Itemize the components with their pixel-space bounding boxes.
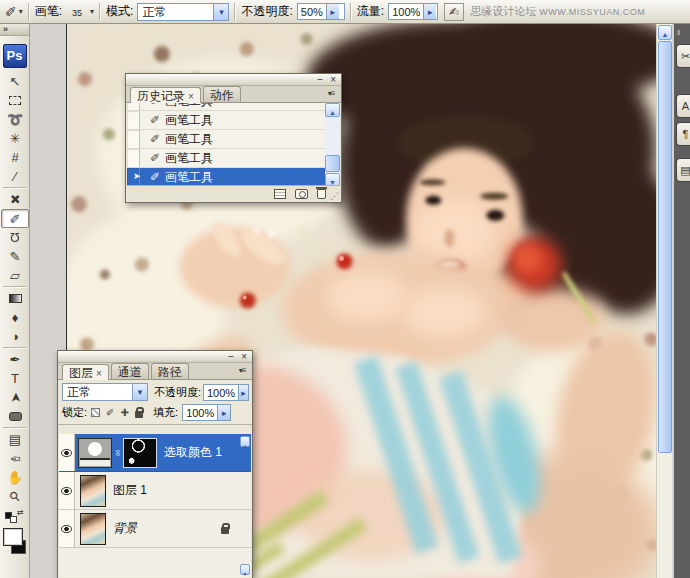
history-source-well[interactable] (127, 149, 140, 167)
history-state-row[interactable]: ✐画笔工具 (127, 103, 325, 111)
minimize-icon[interactable]: − (317, 74, 323, 85)
adjustment-layer-thumbnail[interactable] (78, 438, 112, 468)
fill-slider-arrow[interactable] (217, 405, 230, 420)
tab-layers[interactable]: 图层× (62, 364, 109, 380)
hand-tool[interactable]: ✋ (0, 468, 30, 487)
tab-actions[interactable]: 动作 (203, 86, 241, 102)
lock-pixels-brush-icon[interactable]: ✐ (106, 408, 114, 418)
toolbox-collapse-chevron[interactable]: » (0, 24, 29, 36)
panel-menu-icon[interactable] (235, 365, 249, 377)
history-source-well[interactable] (127, 168, 140, 186)
notes-tool[interactable]: ▤ (0, 430, 30, 449)
opacity-field[interactable]: 50% (297, 3, 345, 20)
layers-panel-titlebar[interactable]: − × (58, 351, 252, 363)
zoom-tool[interactable]: ⚲ (0, 487, 30, 506)
scroll-up-button[interactable] (658, 25, 672, 40)
close-icon[interactable]: × (241, 351, 247, 362)
history-source-well[interactable] (127, 130, 140, 148)
blur-tool[interactable]: ♦ (0, 308, 30, 327)
new-snapshot-camera-icon[interactable] (295, 189, 308, 199)
layer-opacity-field[interactable]: 100% (203, 384, 249, 401)
dodge-tool[interactable]: ◑ (0, 327, 30, 346)
eye-icon[interactable] (61, 487, 72, 495)
layer-row-selected[interactable]: ∞ 选取颜色 1 (59, 434, 251, 472)
tab-paths[interactable]: 路径 (151, 363, 189, 379)
move-tool[interactable]: ↖ (0, 72, 30, 91)
brush-picker-arrow[interactable]: ▾ (90, 7, 94, 16)
minimize-icon[interactable]: − (228, 351, 234, 362)
dock-panel-button-paragraph[interactable]: ¶ (676, 122, 690, 146)
tab-close-icon[interactable]: × (96, 368, 102, 379)
history-brush-tool[interactable]: ✎ (0, 247, 30, 266)
dock-panel-button-1[interactable]: ✂ (676, 44, 690, 68)
layer-blend-mode-dropdown[interactable]: 正常 (62, 383, 148, 401)
dock-panel-button-4[interactable]: ▤ (676, 158, 690, 182)
flow-slider-arrow[interactable] (423, 4, 436, 19)
flow-field[interactable]: 100% (388, 3, 438, 20)
layer-name[interactable]: 选取颜色 1 (164, 444, 222, 461)
layer-row[interactable]: 图层 1 (59, 472, 251, 510)
scrollbar-thumb[interactable] (658, 41, 672, 453)
layer-thumbnail[interactable] (80, 513, 106, 545)
layer-mask-link-icon[interactable]: ∞ (113, 448, 123, 457)
layer-name[interactable]: 背景 (113, 520, 137, 537)
delete-state-trash-icon[interactable] (317, 189, 326, 199)
visibility-well[interactable] (59, 472, 75, 509)
default-and-swap-colors[interactable]: ⇄ (0, 510, 29, 524)
scroll-down-button[interactable] (240, 564, 250, 575)
swap-colors-icon[interactable]: ⇄ (17, 508, 24, 517)
eyedropper-tool[interactable]: ✑ (0, 449, 30, 468)
slice-tool[interactable]: ∕ (0, 167, 30, 186)
dock-grip[interactable]: ‖ (677, 28, 690, 38)
pen-tool[interactable]: ✒ (0, 350, 30, 369)
path-selection-tool[interactable]: ➤ (0, 388, 30, 407)
layer-row-background[interactable]: 背景 (59, 510, 251, 548)
layers-scrollbar[interactable] (240, 436, 250, 575)
lock-transparency-icon[interactable] (91, 408, 100, 417)
dock-panel-button-character[interactable]: A (676, 94, 690, 118)
panel-resize-grip[interactable] (330, 191, 339, 201)
visibility-well[interactable] (59, 434, 75, 471)
tool-preset-picker-arrow[interactable]: ▾ (19, 7, 23, 16)
magic-wand-tool[interactable]: ✳ (0, 129, 30, 148)
chevron-down-icon[interactable] (132, 384, 147, 400)
scroll-up-button[interactable] (325, 103, 340, 117)
layer-thumbnail[interactable] (80, 475, 106, 507)
brush-preset-preview[interactable]: 35 (66, 5, 88, 19)
history-state-row[interactable]: ✐画笔工具 (127, 149, 325, 168)
scroll-up-button[interactable] (240, 436, 250, 447)
type-tool[interactable]: T (0, 369, 30, 388)
eraser-tool[interactable]: ▱ (0, 266, 30, 285)
history-panel-titlebar[interactable]: − × (126, 74, 341, 86)
clone-stamp-tool[interactable]: Ω (0, 228, 30, 247)
eye-icon[interactable] (61, 525, 72, 533)
rectangular-marquee-tool[interactable] (0, 91, 30, 110)
history-state-row[interactable]: ✐画笔工具 (127, 111, 325, 130)
shape-tool[interactable] (0, 407, 30, 426)
history-source-well[interactable] (127, 111, 140, 129)
scrollbar-thumb[interactable] (325, 155, 340, 172)
opacity-slider-arrow[interactable] (238, 385, 248, 400)
new-document-from-state-icon[interactable] (274, 189, 286, 199)
eye-icon[interactable] (61, 449, 72, 457)
panel-menu-icon[interactable] (324, 88, 338, 100)
brush-tool[interactable]: ✐ (1, 209, 29, 228)
tab-close-icon[interactable]: × (188, 91, 194, 102)
layer-fill-field[interactable]: 100% (182, 404, 231, 421)
blend-mode-dropdown[interactable]: 正常 (137, 3, 229, 21)
history-state-row[interactable]: ✐画笔工具 (127, 130, 325, 149)
lock-all-icon[interactable] (135, 411, 143, 418)
lock-position-move-icon[interactable]: ✚ (120, 408, 128, 418)
layer-mask-thumbnail[interactable] (123, 438, 157, 468)
airbrush-toggle-button[interactable]: ✍ (444, 3, 464, 21)
healing-brush-tool[interactable]: ✚ (0, 190, 30, 209)
crop-tool[interactable]: # (0, 148, 30, 167)
history-source-well[interactable] (127, 103, 140, 110)
close-icon[interactable]: × (330, 74, 336, 85)
gradient-tool[interactable] (0, 289, 30, 308)
document-vertical-scrollbar[interactable] (656, 24, 672, 578)
tab-channels[interactable]: 通道 (111, 363, 149, 379)
visibility-well[interactable] (59, 510, 75, 547)
opacity-slider-arrow[interactable] (326, 4, 339, 19)
tab-history[interactable]: 历史记录× (130, 87, 201, 103)
